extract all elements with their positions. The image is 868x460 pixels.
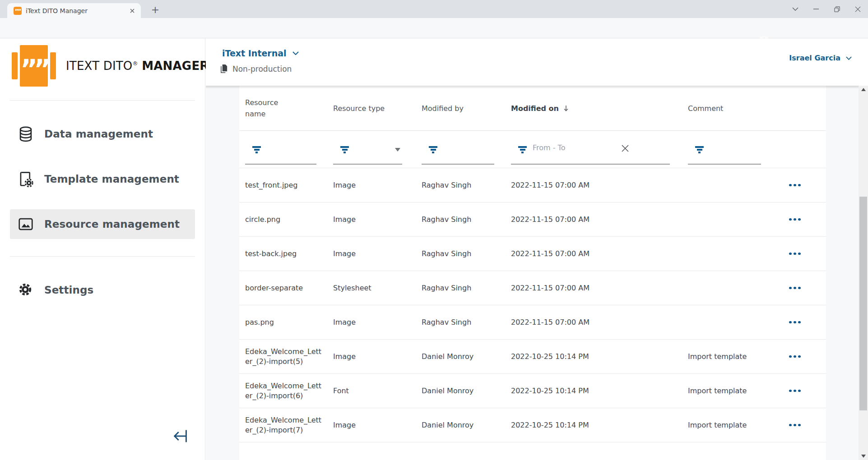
row-actions-menu-icon[interactable] [782,249,808,259]
page-scrollbar[interactable] [859,86,868,460]
modified-by-cell: Raghav Singh [422,215,507,225]
sidebar-item-resource-management[interactable]: Resource management [10,209,195,239]
modified-on-cell: 2022-11-15 07:00 AM [511,249,660,259]
column-header-resource-name[interactable]: Resource name [245,97,290,120]
resource-type-cell: Image [333,180,414,190]
window-close-icon[interactable] [847,0,868,18]
row-actions-menu-icon[interactable] [782,386,808,396]
sidebar-item-template-management[interactable]: Template management [10,164,195,194]
filter-resource-name[interactable] [245,131,316,165]
site-favicon-icon: ”” [14,7,22,15]
window-minimize-icon[interactable] [806,0,826,18]
image-icon [17,216,34,233]
column-header-modified-on[interactable]: Modified on [511,102,569,114]
comment-cell: Import template [688,420,784,430]
environment-name: Non-production [232,64,292,74]
table-row[interactable]: test_front.jpegImageRaghav Singh2022-11-… [239,168,826,202]
sidebar-item-label: Resource management [44,218,180,230]
pages-icon [220,64,228,74]
row-actions-menu-icon[interactable] [782,317,808,327]
sidebar-item-data-management[interactable]: Data management [10,119,195,149]
chevron-down-icon [292,51,299,55]
row-actions-menu-icon[interactable] [782,420,808,430]
app-logo-title: ITEXT DITO® MANAGER [66,59,209,73]
date-range-input[interactable] [533,143,632,152]
resource-type-cell: Image [333,317,414,327]
resource-name-cell: Edeka_Welcome_Letter_(2)-import(5) [245,347,322,367]
resource-name-cell: Edeka_Welcome_Letter_(2)-import(7) [245,415,322,435]
filter-icon [429,146,437,153]
clear-filter-icon[interactable] [621,144,629,152]
workspace-selector[interactable]: iText Internal [222,48,299,58]
scroll-up-icon[interactable] [859,86,868,93]
modified-on-cell: 2022-11-15 07:00 AM [511,317,660,327]
resource-type-cell: Image [333,249,414,259]
browser-tab[interactable]: ”” iText DITO Manager [7,3,141,18]
resource-name-cell: Edeka_Welcome_Letter_(2)-import(6) [245,381,322,401]
table-row[interactable]: pas.pngImageRaghav Singh2022-11-15 07:00… [239,305,826,340]
itext-logo-icon: ”” [12,45,56,87]
modified-on-cell: 2022-11-15 07:00 AM [511,283,660,293]
column-header-comment[interactable]: Comment [688,102,723,114]
filter-resource-type[interactable] [333,131,402,165]
app-header: iText Internal Non-production Israel Gar… [206,38,868,86]
tab-title: iText DITO Manager [26,7,125,14]
comment-cell: Import template [688,386,784,396]
sidebar-item-label: Settings [44,284,93,296]
comment-cell: Import template [688,352,784,362]
gear-icon [17,281,34,299]
modified-by-cell: Daniel Monroy [422,386,507,396]
table-row[interactable]: Edeka_Welcome_Letter_(2)-import(7)ImageD… [239,408,826,442]
resource-type-cell: Font [333,386,414,396]
resource-type-cell: Stylesheet [333,283,414,293]
resource-name-cell: pas.png [245,317,322,327]
environment-indicator: Non-production [220,64,292,74]
sidebar-divider [10,256,195,257]
filter-icon [695,146,704,153]
column-header-modified-by[interactable]: Modified by [422,102,464,114]
row-actions-menu-icon[interactable] [782,180,808,190]
column-header-resource-type[interactable]: Resource type [333,102,385,114]
scroll-down-icon[interactable] [859,452,868,460]
row-actions-menu-icon[interactable] [782,352,808,362]
resource-type-cell: Image [333,420,414,430]
scrollbar-thumb[interactable] [859,197,867,410]
modified-on-cell: 2022-11-15 07:00 AM [511,180,660,190]
database-icon [17,125,34,143]
resource-name-cell: test_front.jpeg [245,180,322,190]
table-row[interactable]: Edeka_Welcome_Letter_(2)-import(5)ImageD… [239,340,826,374]
table-row[interactable]: test-back.jpegImageRaghav Singh2022-11-1… [239,237,826,271]
table-body: test_front.jpegImageRaghav Singh2022-11-… [239,168,826,442]
workspace-name: iText Internal [222,48,287,58]
sort-desc-arrow-icon [563,105,569,111]
window-menu-chevron-icon[interactable] [785,0,806,18]
dropdown-caret-icon[interactable] [395,148,400,152]
modified-by-cell: Raghav Singh [422,249,507,259]
modified-by-cell: Raghav Singh [422,180,507,190]
table-row[interactable]: circle.pngImageRaghav Singh2022-11-15 07… [239,202,826,237]
table-row[interactable]: Edeka_Welcome_Letter_(2)-import(6)FontDa… [239,374,826,408]
sidebar-collapse-icon[interactable] [172,429,189,443]
tab-close-icon[interactable] [128,7,136,15]
app-window: ”” ITEXT DITO® MANAGER Data management [0,38,868,460]
user-name: Israel Garcia [789,54,840,62]
modified-by-cell: Daniel Monroy [422,420,507,430]
new-tab-button[interactable]: + [149,4,162,17]
filter-modified-by[interactable] [422,131,494,165]
resource-name-cell: circle.png [245,215,322,225]
sidebar-item-label: Template management [44,173,179,185]
modified-by-cell: Raghav Singh [422,283,507,293]
modified-by-cell: Raghav Singh [422,317,507,327]
user-menu[interactable]: Israel Garcia [789,54,852,62]
filter-modified-on[interactable] [511,131,670,165]
modified-on-cell: 2022-10-25 10:14 PM [511,420,660,430]
filter-comment[interactable] [688,131,761,165]
sidebar-item-settings[interactable]: Settings [10,275,195,305]
resources-table: Resource name Resource type Modified by … [239,86,826,460]
table-row[interactable]: border-separateStylesheetRaghav Singh202… [239,271,826,305]
resource-type-cell: Image [333,352,414,362]
resource-name-cell: border-separate [245,283,322,293]
row-actions-menu-icon[interactable] [782,215,808,225]
row-actions-menu-icon[interactable] [782,283,808,293]
window-restore-icon[interactable] [826,0,847,18]
